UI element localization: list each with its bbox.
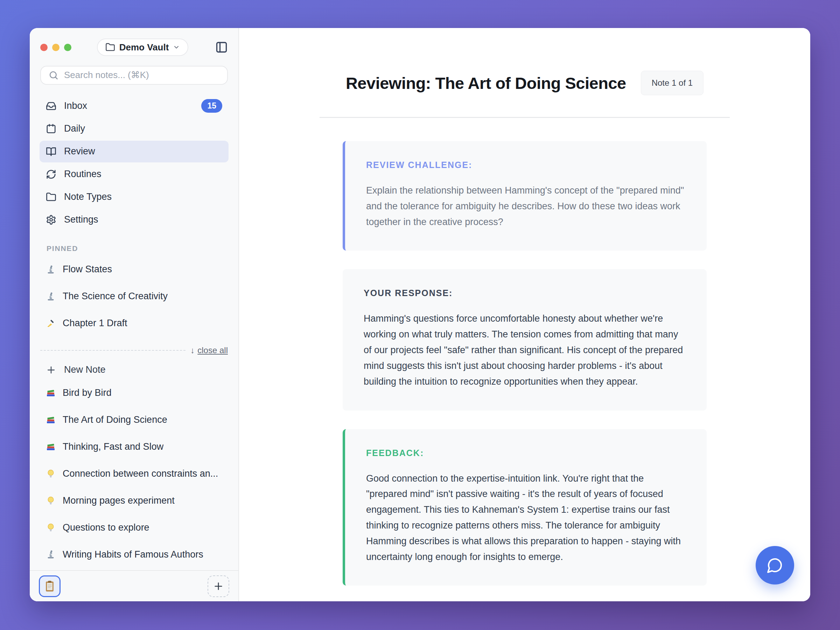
- new-note-button[interactable]: New Note: [39, 361, 229, 379]
- note-item-connection-between-constraints-an[interactable]: Connection between constraints an...: [39, 463, 229, 485]
- pinned-note-chapter-1-draft[interactable]: Chapter 1 Draft: [39, 312, 229, 335]
- note-item-the-art-of-doing-science[interactable]: The Art of Doing Science: [39, 409, 229, 431]
- books-emoji: [46, 388, 56, 398]
- bulb-emoji: [46, 496, 56, 505]
- book-open-icon: [46, 146, 56, 157]
- title-row: Reviewing: The Art of Doing Science Note…: [239, 71, 810, 95]
- note-item-writing-habits-of-famous-authors[interactable]: Writing Habits of Famous Authors: [39, 543, 229, 565]
- sidebar-item-routines[interactable]: Routines: [39, 163, 229, 185]
- microscope-emoji: [46, 292, 56, 302]
- vault-name: Demo Vault: [119, 42, 169, 53]
- note-title: Thinking, Fast and Slow: [63, 441, 163, 452]
- note-title: Questions to explore: [63, 522, 150, 533]
- section-heading: YOUR RESPONSE:: [364, 288, 686, 298]
- page-title: Reviewing: The Art of Doing Science: [346, 74, 626, 93]
- books-emoji: [46, 442, 56, 452]
- note-title: The Science of Creativity: [63, 291, 167, 302]
- sidebar-item-daily[interactable]: Daily: [39, 118, 229, 140]
- writing-emoji: [46, 319, 56, 328]
- inbox-icon: [46, 101, 56, 111]
- search-bar[interactable]: [40, 66, 228, 85]
- note-item-bird-by-bird[interactable]: Bird by Bird: [39, 382, 229, 404]
- note-item-thinking-fast-and-slow[interactable]: Thinking, Fast and Slow: [39, 436, 229, 458]
- bulb-emoji: [46, 523, 56, 532]
- app-window: Demo Vault Inbox15DailyReviewRoutinesNot…: [30, 28, 810, 601]
- window-controls: [40, 44, 71, 51]
- close-all-row: ↓ close all: [40, 346, 228, 355]
- microscope-emoji: [46, 549, 56, 559]
- gear-icon: [46, 215, 56, 225]
- refresh-icon: [46, 169, 56, 180]
- note-title: Flow States: [63, 264, 112, 275]
- section-challenge: REVIEW CHALLENGE:Explain the relationshi…: [343, 141, 707, 251]
- main-panel: Reviewing: The Art of Doing Science Note…: [239, 28, 810, 601]
- note-title: Connection between constraints an...: [63, 468, 218, 479]
- note-title: Bird by Bird: [63, 387, 112, 398]
- pinned-note-the-science-of-creativity[interactable]: The Science of Creativity: [39, 285, 229, 308]
- pinned-section-label: PINNED: [47, 244, 238, 253]
- chat-bubble-icon: [766, 557, 783, 574]
- plus-icon: [213, 581, 224, 592]
- sidebar-item-label: Note Types: [64, 191, 112, 202]
- search-icon: [49, 70, 58, 80]
- sidebar: Demo Vault Inbox15DailyReviewRoutinesNot…: [30, 28, 239, 601]
- pinned-list: Flow StatesThe Science of CreativityChap…: [30, 258, 238, 339]
- note-title: The Art of Doing Science: [63, 414, 167, 425]
- microscope-emoji: [46, 265, 56, 275]
- search-input[interactable]: [64, 69, 219, 81]
- close-window-button[interactable]: [40, 44, 47, 51]
- dashed-divider: [40, 350, 185, 351]
- notes-list: Bird by BirdThe Art of Doing ScienceThin…: [30, 382, 238, 570]
- section-body: Hamming's questions force uncomfortable …: [364, 311, 686, 389]
- vault-selector[interactable]: Demo Vault: [97, 38, 189, 56]
- panel-left-icon: [215, 41, 228, 54]
- minimize-window-button[interactable]: [52, 44, 60, 51]
- section-response: YOUR RESPONSE:Hamming's questions force …: [343, 269, 707, 410]
- add-vault-button[interactable]: [208, 575, 229, 597]
- sidebar-nav: Inbox15DailyReviewRoutinesNote TypesSett…: [30, 89, 238, 232]
- title-divider: [319, 117, 730, 118]
- close-all-link[interactable]: ↓ close all: [190, 346, 228, 355]
- note-item-morning-pages-experiment[interactable]: Morning pages experiment: [39, 489, 229, 512]
- chevron-down-icon: [173, 44, 180, 51]
- clipboard-emoji: [43, 579, 56, 593]
- folder-icon: [105, 43, 115, 52]
- section-body: Good connection to the expertise-intuiti…: [366, 471, 686, 565]
- folder-icon: [46, 192, 56, 202]
- note-counter-badge: Note 1 of 1: [641, 71, 704, 95]
- review-sections: REVIEW CHALLENGE:Explain the relationshi…: [239, 141, 810, 586]
- sidebar-item-note-types[interactable]: Note Types: [39, 186, 229, 208]
- pinned-note-flow-states[interactable]: Flow States: [39, 258, 229, 281]
- sidebar-item-label: Review: [64, 146, 95, 157]
- sidebar-item-label: Routines: [64, 169, 101, 180]
- sidebar-bottom-bar: [30, 570, 238, 601]
- sidebar-header: Demo Vault: [30, 28, 238, 56]
- chat-fab-button[interactable]: [756, 546, 794, 584]
- arrow-down-icon: ↓: [190, 346, 194, 355]
- new-note-label: New Note: [64, 364, 106, 375]
- sidebar-item-settings[interactable]: Settings: [39, 209, 229, 231]
- sidebar-item-label: Settings: [64, 214, 98, 225]
- note-item-questions-to-explore[interactable]: Questions to explore: [39, 516, 229, 538]
- inbox-count-badge: 15: [201, 99, 222, 113]
- sidebar-toggle-button[interactable]: [214, 39, 229, 55]
- plus-icon: [46, 365, 56, 375]
- note-title: Writing Habits of Famous Authors: [63, 549, 203, 560]
- calendar-icon: [46, 123, 56, 134]
- vault-clipboard-button[interactable]: [39, 575, 60, 597]
- section-heading: REVIEW CHALLENGE:: [366, 160, 686, 170]
- zoom-window-button[interactable]: [64, 44, 71, 51]
- bulb-emoji: [46, 469, 56, 478]
- section-heading: FEEDBACK:: [366, 448, 686, 458]
- sidebar-item-label: Inbox: [64, 101, 87, 111]
- section-feedback: FEEDBACK:Good connection to the expertis…: [343, 429, 707, 586]
- sidebar-item-inbox[interactable]: Inbox15: [39, 95, 229, 117]
- note-title: Morning pages experiment: [63, 495, 175, 506]
- section-body: Explain the relationship between Hamming…: [366, 183, 686, 230]
- note-title: Chapter 1 Draft: [63, 318, 127, 328]
- books-emoji: [46, 415, 56, 425]
- sidebar-item-review[interactable]: Review: [39, 141, 229, 163]
- sidebar-item-label: Daily: [64, 123, 85, 134]
